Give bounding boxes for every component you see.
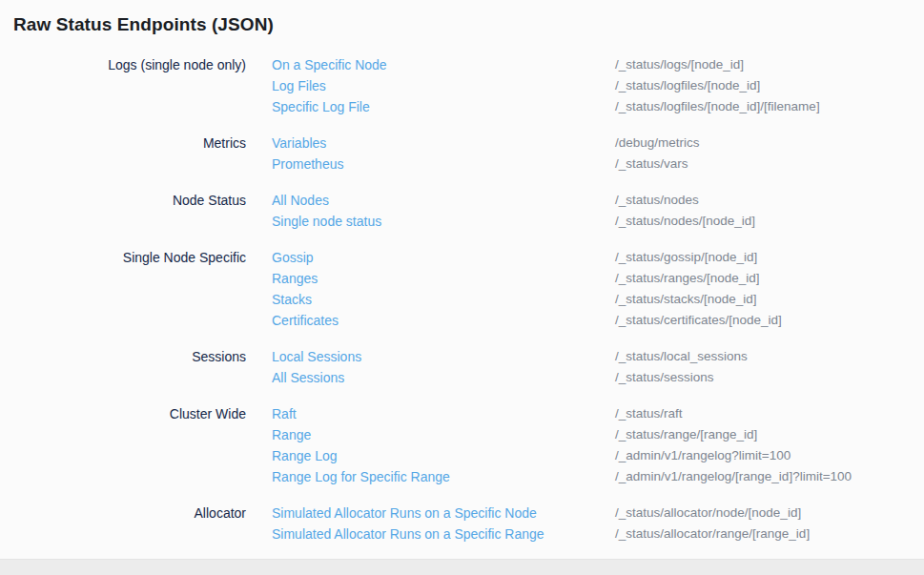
- endpoint-path: /_status/allocator/range/[range_id]: [615, 524, 924, 544]
- endpoint-link[interactable]: Variables: [272, 133, 615, 154]
- debug-endpoints-page: Raw Status Endpoints (JSON) Logs (single…: [0, 0, 924, 559]
- bottom-bar: [0, 559, 924, 575]
- category-label: Metrics: [13, 133, 246, 154]
- category-label: Allocator: [13, 503, 246, 524]
- category-label: Logs (single node only): [13, 54, 246, 75]
- endpoint-path: /_status/gossip/[node_id]: [615, 247, 924, 268]
- endpoint-link[interactable]: Log Files: [272, 75, 615, 96]
- paths-column: /_status/gossip/[node_id]/_status/ranges…: [615, 247, 924, 331]
- endpoint-link[interactable]: All Nodes: [272, 190, 615, 211]
- endpoint-path: /_status/stacks/[node_id]: [615, 289, 924, 310]
- category-label: Node Status: [13, 190, 246, 211]
- endpoint-link[interactable]: Stacks: [272, 289, 615, 310]
- endpoint-link[interactable]: Certificates: [272, 310, 615, 331]
- endpoint-link[interactable]: Simulated Allocator Runs on a Specific R…: [272, 524, 615, 544]
- endpoints-list: Logs (single node only) On a Specific No…: [13, 54, 924, 544]
- endpoint-link[interactable]: Simulated Allocator Runs on a Specific N…: [272, 503, 615, 524]
- endpoint-path: /_status/range/[range_id]: [615, 424, 924, 445]
- endpoint-link[interactable]: Raft: [272, 403, 615, 424]
- paths-column: /_status/local_sessions/_status/sessions: [615, 346, 924, 388]
- endpoint-path: /_admin/v1/rangelog?limit=100: [615, 445, 924, 466]
- endpoint-path: /_status/allocator/node/[node_id]: [615, 503, 924, 524]
- endpoint-link[interactable]: Prometheus: [272, 154, 615, 175]
- paths-column: /debug/metrics/_status/vars: [615, 133, 924, 175]
- endpoint-path: /_status/local_sessions: [615, 346, 924, 367]
- endpoint-link[interactable]: Range Log: [272, 445, 615, 466]
- links-column: On a Specific NodeLog FilesSpecific Log …: [272, 54, 615, 117]
- endpoint-path: /_status/nodes/[node_id]: [615, 211, 924, 232]
- endpoint-link[interactable]: Local Sessions: [272, 346, 615, 367]
- endpoint-link[interactable]: All Sessions: [272, 367, 615, 388]
- paths-column: /_status/allocator/node/[node_id]/_statu…: [615, 503, 924, 544]
- endpoint-link[interactable]: Specific Log File: [272, 96, 615, 117]
- endpoint-section: Single Node Specific GossipRangesStacksC…: [13, 247, 924, 331]
- links-column: VariablesPrometheus: [272, 133, 615, 175]
- endpoint-path: /_status/ranges/[node_id]: [615, 268, 924, 289]
- endpoint-link[interactable]: Range Log for Specific Range: [272, 466, 615, 487]
- category-label: Sessions: [13, 346, 246, 367]
- endpoint-link[interactable]: Ranges: [272, 268, 615, 289]
- endpoint-link[interactable]: Single node status: [272, 211, 615, 232]
- endpoint-path: /_status/logfiles/[node_id]/[filename]: [615, 96, 924, 117]
- endpoint-path: /_status/logfiles/[node_id]: [615, 75, 924, 96]
- endpoint-section: Sessions Local SessionsAll Sessions /_st…: [13, 346, 924, 388]
- endpoint-link[interactable]: On a Specific Node: [272, 54, 615, 75]
- links-column: RaftRangeRange LogRange Log for Specific…: [272, 403, 615, 487]
- page-title: Raw Status Endpoints (JSON): [13, 13, 924, 36]
- paths-column: /_status/raft/_status/range/[range_id]/_…: [615, 403, 924, 487]
- endpoint-link[interactable]: Gossip: [272, 247, 615, 268]
- endpoint-path: /_status/nodes: [615, 190, 924, 211]
- endpoint-section: Allocator Simulated Allocator Runs on a …: [13, 503, 924, 544]
- endpoint-path: /_admin/v1/rangelog/[range_id]?limit=100: [615, 466, 924, 487]
- endpoint-link[interactable]: Range: [272, 424, 615, 445]
- endpoint-path: /_status/raft: [615, 403, 924, 424]
- links-column: GossipRangesStacksCertificates: [272, 247, 615, 331]
- category-label: Cluster Wide: [13, 403, 246, 424]
- endpoint-path: /_status/vars: [615, 154, 924, 175]
- endpoint-path: /_status/certificates/[node_id]: [615, 310, 924, 331]
- category-label: Single Node Specific: [13, 247, 246, 268]
- endpoint-path: /_status/sessions: [615, 367, 924, 388]
- endpoint-path: /debug/metrics: [615, 133, 924, 154]
- links-column: Simulated Allocator Runs on a Specific N…: [272, 503, 615, 544]
- links-column: Local SessionsAll Sessions: [272, 346, 615, 388]
- endpoint-path: /_status/logs/[node_id]: [615, 54, 924, 75]
- endpoint-section: Metrics VariablesPrometheus /debug/metri…: [13, 133, 924, 175]
- paths-column: /_status/logs/[node_id]/_status/logfiles…: [615, 54, 924, 117]
- endpoint-section: Cluster Wide RaftRangeRange LogRange Log…: [13, 403, 924, 487]
- paths-column: /_status/nodes/_status/nodes/[node_id]: [615, 190, 924, 232]
- endpoint-section: Logs (single node only) On a Specific No…: [13, 54, 924, 117]
- endpoint-section: Node Status All NodesSingle node status …: [13, 190, 924, 232]
- links-column: All NodesSingle node status: [272, 190, 615, 232]
